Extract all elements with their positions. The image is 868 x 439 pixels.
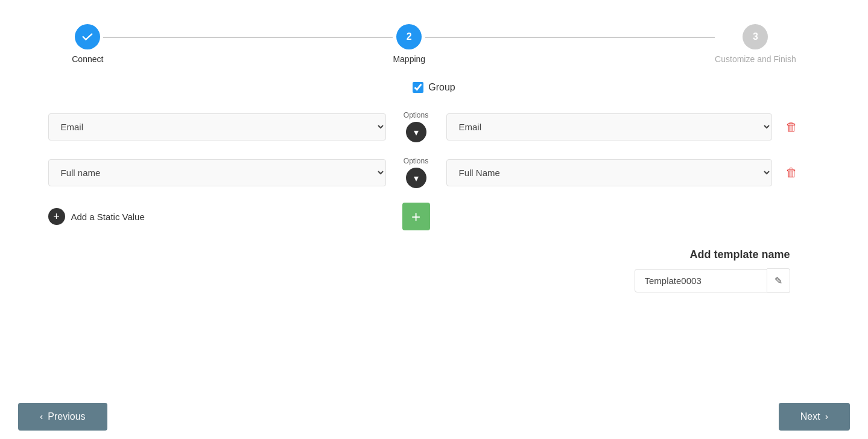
stepper: Connect 2 Mapping 3 Customize and Finish — [0, 0, 868, 82]
mapping-left-2: Email Full name Phone Address — [48, 159, 386, 186]
previous-label: Previous — [48, 411, 85, 422]
step-circle-mapping: 2 — [396, 24, 422, 49]
delete-button-2[interactable]: 🗑 — [779, 166, 803, 180]
template-name-input[interactable] — [635, 269, 767, 292]
template-section: Add template name ✎ — [48, 248, 820, 293]
mapping-right-select-2[interactable]: Email Full Name Phone Address — [446, 159, 772, 186]
trash-icon-1: 🗑 — [785, 120, 797, 134]
step-label-customize: Customize and Finish — [715, 54, 796, 64]
static-left: + Add a Static Value — [48, 208, 386, 225]
next-button[interactable]: Next › — [779, 403, 850, 431]
next-label: Next — [800, 411, 820, 422]
mapping-right-1: Email Full Name Phone Address — [446, 113, 772, 141]
options-button-2[interactable]: ▾ — [406, 168, 426, 188]
static-value-row: + Add a Static Value + — [48, 203, 820, 230]
options-button-1[interactable]: ▾ — [406, 122, 426, 142]
template-title: Add template name — [689, 248, 790, 261]
step-connector-2 — [425, 37, 715, 38]
mapping-right-select-1[interactable]: Email Full Name Phone Address — [446, 113, 772, 141]
static-value-label: Add a Static Value — [71, 212, 145, 222]
trash-icon-2: 🗑 — [785, 166, 797, 180]
group-checkbox[interactable] — [413, 82, 423, 93]
add-mapping-button[interactable]: + — [402, 203, 430, 230]
chevron-down-icon-2: ▾ — [414, 172, 419, 184]
step-label-mapping: Mapping — [393, 54, 425, 64]
group-row: Group — [48, 82, 820, 93]
mapping-left-select-1[interactable]: Email Full name Phone Address — [48, 113, 386, 141]
plus-icon: + — [411, 207, 420, 226]
step-label-connect: Connect — [72, 54, 103, 64]
static-options-area: + — [386, 203, 446, 230]
mapping-row-2: Email Full name Phone Address Options ▾ … — [48, 157, 820, 188]
group-label: Group — [428, 82, 455, 93]
step-connector-1 — [103, 37, 393, 38]
main-content: Group Email Full name Phone Address Opti… — [12, 82, 857, 293]
mapping-options-2: Options ▾ — [386, 157, 446, 188]
template-edit-button[interactable]: ✎ — [767, 268, 790, 293]
edit-icon: ✎ — [775, 275, 782, 286]
delete-button-1[interactable]: 🗑 — [779, 120, 803, 134]
chevron-left-icon: ‹ — [40, 411, 43, 422]
nav-buttons: ‹ Previous Next › — [0, 397, 868, 439]
step-customize: 3 Customize and Finish — [715, 24, 796, 64]
chevron-down-icon-1: ▾ — [414, 127, 419, 138]
previous-button[interactable]: ‹ Previous — [18, 403, 107, 431]
plus-circle-icon: + — [53, 210, 60, 223]
mapping-left-1: Email Full name Phone Address — [48, 113, 386, 141]
step-connect: Connect — [72, 24, 103, 64]
template-input-row: ✎ — [635, 268, 790, 293]
options-label-1: Options — [404, 111, 428, 119]
mapping-right-2: Email Full Name Phone Address — [446, 159, 772, 186]
step-circle-connect — [75, 24, 100, 49]
mapping-options-1: Options ▾ — [386, 111, 446, 142]
step-mapping: 2 Mapping — [393, 24, 425, 64]
mapping-row-1: Email Full name Phone Address Options ▾ … — [48, 111, 820, 142]
chevron-right-icon: › — [825, 411, 828, 422]
step-circle-customize: 3 — [743, 24, 768, 49]
add-static-circle-button[interactable]: + — [48, 208, 65, 225]
mapping-left-select-2[interactable]: Email Full name Phone Address — [48, 159, 386, 186]
options-label-2: Options — [404, 157, 428, 165]
